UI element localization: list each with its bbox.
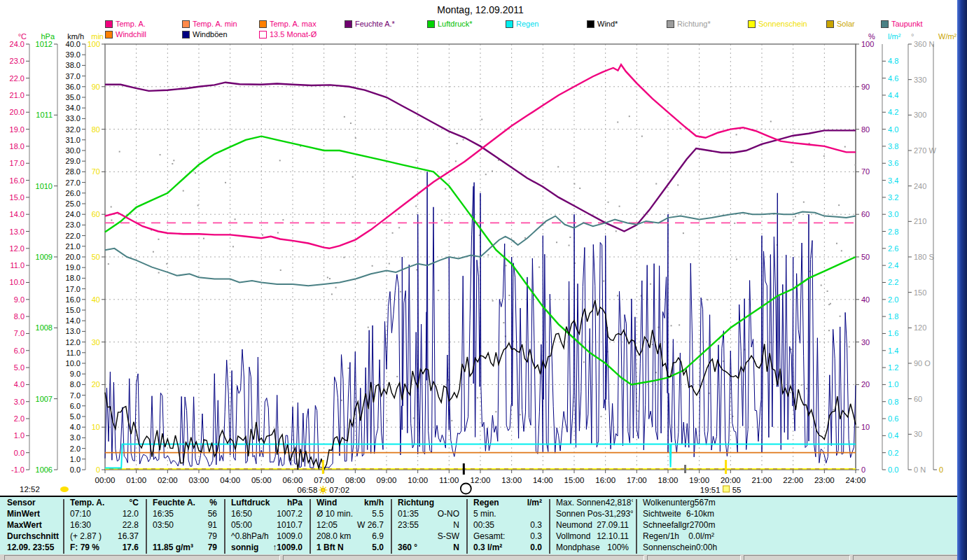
- direction-dot: [341, 400, 342, 401]
- table-separator: [549, 499, 550, 554]
- table-separator: [224, 499, 225, 554]
- table-cell-value: 42,818°: [606, 497, 633, 508]
- axis-tick-label: 1006: [36, 465, 53, 474]
- sunset-sun-icon: [723, 486, 730, 492]
- x-axis-label: 07:00: [314, 476, 334, 484]
- axis-tick-label: 9.0: [14, 295, 25, 304]
- direction-dot: [282, 219, 284, 220]
- direction-dot: [400, 291, 401, 293]
- table-row: Max. Sonnen42,818°: [552, 497, 633, 508]
- table-cell-label: Vollmond: [556, 531, 590, 542]
- legend-item-windchill[interactable]: Windchill: [105, 30, 146, 38]
- direction-dot: [556, 241, 557, 243]
- table-row: ^0.8hPa/h1009.0: [227, 531, 307, 542]
- legend-swatch: [881, 20, 889, 28]
- status-bar: [0, 554, 957, 560]
- axis-tick-label: 39.0: [66, 50, 81, 59]
- x-axis-label: 10:00: [408, 476, 428, 484]
- legend-label: Solar: [837, 20, 855, 28]
- table-cell-label: Feuchte A.: [153, 497, 195, 508]
- legend-item-temp-a-[interactable]: Temp. A.: [105, 20, 146, 28]
- x-axis-label: 03:00: [189, 476, 209, 484]
- axis-tick-label: 37.0: [66, 72, 81, 80]
- legend-label: Taupunkt: [891, 20, 923, 28]
- axis-tick-label: 0.0: [14, 449, 25, 457]
- table-row: Ø 10 min.5.5: [312, 508, 388, 519]
- direction-dot: [416, 269, 417, 270]
- direction-dot: [791, 349, 792, 350]
- axis-tick-label: 26.0: [66, 189, 81, 197]
- table-cell-label: Regen/1h: [643, 531, 679, 542]
- table-cell-label: 05:00: [231, 519, 252, 531]
- direction-dot: [637, 410, 639, 412]
- table-row: 16:3556: [148, 508, 221, 519]
- direction-dot: [793, 219, 794, 220]
- weather-chart-svg: °C-1.00.01.02.03.04.05.06.07.08.09.010.0…: [0, 0, 967, 496]
- legend-item-temp-a-max[interactable]: Temp. A. max: [259, 20, 316, 28]
- axis-tick-label: -1.0: [11, 465, 25, 474]
- table-row: 03:5091: [148, 519, 221, 531]
- direction-dot: [158, 272, 160, 274]
- table-row: 07:1012.0: [66, 508, 143, 519]
- axis-tick-label: 30.0: [66, 146, 81, 155]
- table-cell-value: 0:00h: [696, 542, 717, 553]
- legend-item-luftdruck-[interactable]: Luftdruck*: [427, 20, 473, 28]
- legend-label: Feuchte A.*: [355, 20, 395, 28]
- legend-item-sonnenschein[interactable]: Sonnenschein: [748, 20, 807, 28]
- table-cell-value: W 26.7: [357, 519, 384, 531]
- direction-dot: [492, 170, 493, 172]
- axis-tick-label: 12.0: [10, 244, 25, 253]
- table-cell-label: Neumond: [556, 519, 592, 531]
- axis-tick-label: 6.0: [70, 402, 81, 410]
- legend-item-13-5-monat-[interactable]: 13.5 Monat-Ø: [259, 30, 316, 38]
- table-cell-value: -31,293°: [601, 508, 633, 519]
- legend-swatch: [667, 20, 674, 28]
- x-axis-label: 18:00: [658, 476, 679, 484]
- table-col-feuchte-a-: Feuchte A.%16:355603:50917911.85 g/m³79: [148, 497, 221, 556]
- direction-dot: [392, 232, 394, 234]
- direction-dot: [683, 232, 684, 234]
- axis-tick-label: 10: [92, 423, 100, 431]
- axis-tick-label: 28.0: [66, 167, 81, 176]
- axis-tick-label: 19.0: [10, 125, 25, 134]
- direction-dot: [569, 237, 571, 238]
- axis-tick-label: 180 S: [914, 253, 934, 261]
- x-axis-label: 11:00: [439, 476, 459, 484]
- direction-dot: [438, 290, 439, 291]
- table-cell-value: N: [453, 519, 459, 531]
- axis-tick-label: 4.0: [14, 380, 25, 388]
- direction-dot: [520, 414, 521, 415]
- direction-dot: [280, 270, 281, 271]
- table-row: 1 Bft N5.0: [312, 542, 388, 553]
- x-axis-label: 13:00: [501, 476, 522, 484]
- sunrise-time-start: 06:58: [298, 486, 318, 494]
- legend-item-feuchte-a-[interactable]: Feuchte A.*: [345, 20, 395, 28]
- legend-item-windb-en[interactable]: Windböen: [182, 30, 228, 38]
- direction-dot: [158, 239, 159, 240]
- axis-tick-label: 9.0: [70, 370, 81, 378]
- x-axis-label: 23:00: [814, 476, 835, 484]
- legend-item-wind-[interactable]: Wind*: [587, 20, 618, 28]
- direction-dot: [477, 397, 478, 398]
- legend-label: Temp. A.: [116, 20, 146, 28]
- legend-item-temp-a-min[interactable]: Temp. A. min: [182, 20, 237, 28]
- axis-tick-label: 18.0: [66, 274, 81, 282]
- axis-tick-label: 60: [861, 210, 870, 218]
- table-row: S-SW: [394, 531, 464, 542]
- axis-tick-label: 2.6: [888, 244, 898, 253]
- statusbar-panel: [853, 555, 958, 560]
- legend-item-richtung-[interactable]: Richtung*: [667, 20, 711, 28]
- table-row: 05:001010.7: [227, 519, 307, 531]
- axis-tick-label: 1.4: [888, 346, 898, 355]
- table-separator: [63, 499, 64, 554]
- axis-tick-label: 150: [914, 288, 926, 297]
- legend-item-solar[interactable]: Solar: [826, 20, 855, 28]
- axis-tick-label: 50: [861, 253, 870, 261]
- table-cell-value: 567m: [695, 497, 716, 508]
- legend-item-regen[interactable]: Regen: [506, 20, 538, 28]
- axis-tick-label: 0: [939, 465, 943, 474]
- stats-table: SensorMinWertMaxWertDurchschnitt12.09. 2…: [0, 496, 957, 556]
- table-cell-value: 91: [208, 519, 217, 531]
- direction-dot: [524, 237, 526, 239]
- legend-item-taupunkt[interactable]: Taupunkt: [881, 20, 923, 28]
